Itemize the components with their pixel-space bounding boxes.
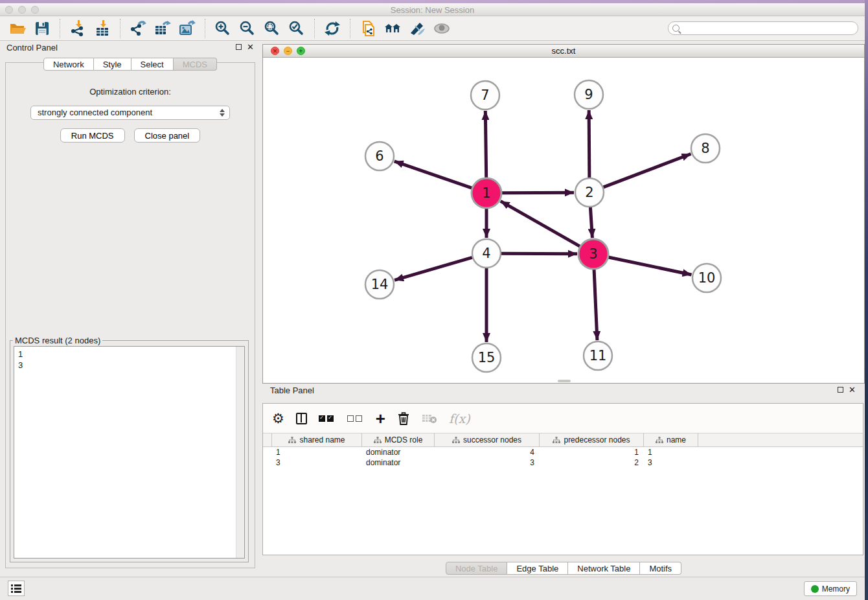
cell-name[interactable]: 1 bbox=[644, 447, 698, 457]
network-view-window: ✕ − + scc.txt 7968124314101511 bbox=[262, 44, 865, 384]
graph-node-14[interactable]: 14 bbox=[365, 270, 394, 299]
import-table-icon[interactable] bbox=[93, 19, 112, 38]
function-builder-icon: f(x) bbox=[449, 409, 470, 428]
add-column-icon[interactable]: + bbox=[376, 409, 385, 428]
close-panel-button[interactable]: Close panel bbox=[134, 128, 201, 143]
column-header-name[interactable]: name bbox=[644, 433, 698, 446]
edge-1-6[interactable] bbox=[394, 161, 472, 188]
edge-4-14[interactable] bbox=[394, 257, 472, 280]
graph-node-8[interactable]: 8 bbox=[691, 134, 720, 163]
tab-node-table[interactable]: Node Table bbox=[446, 562, 508, 575]
zoom-selected-icon[interactable] bbox=[287, 19, 306, 38]
duplicate-network-icon[interactable] bbox=[358, 19, 378, 38]
table-row[interactable]: 3dominator323 bbox=[263, 457, 863, 468]
split-view-icon[interactable] bbox=[296, 409, 307, 428]
cell-predecessor-nodes[interactable]: 1 bbox=[540, 447, 644, 457]
graph-node-11[interactable]: 11 bbox=[584, 341, 612, 370]
control-panel-tabs: NetworkStyleSelectMCDS bbox=[1, 58, 259, 71]
table-panel-title: Table Panel bbox=[262, 386, 314, 395]
column-header-successor-nodes[interactable]: successor nodes bbox=[435, 433, 540, 446]
tab-network[interactable]: Network bbox=[43, 58, 94, 71]
graph-node-6[interactable]: 6 bbox=[365, 142, 394, 170]
criterion-select[interactable]: strongly connected component bbox=[30, 106, 230, 120]
visual-style-icon[interactable] bbox=[407, 19, 427, 38]
zoom-in-icon[interactable] bbox=[213, 19, 233, 38]
graph-node-4[interactable]: 4 bbox=[472, 239, 501, 268]
cell-name[interactable]: 3 bbox=[644, 457, 698, 468]
window-title: Session: New Session bbox=[0, 5, 865, 15]
graph-node-7[interactable]: 7 bbox=[471, 81, 499, 110]
tab-motifs[interactable]: Motifs bbox=[640, 562, 681, 575]
status-bar: Memory bbox=[0, 577, 865, 600]
column-header-MCDS-role[interactable]: MCDS role bbox=[362, 433, 435, 446]
result-scrollbar[interactable] bbox=[236, 347, 244, 558]
table-panel-close-icon[interactable]: ✕ bbox=[849, 386, 856, 393]
control-panel-close-icon[interactable]: ✕ bbox=[247, 43, 254, 51]
delete-columns-icon[interactable] bbox=[397, 409, 410, 428]
first-neighbors-icon[interactable] bbox=[383, 19, 402, 38]
tab-edge-table[interactable]: Edge Table bbox=[507, 562, 568, 575]
cell-predecessor-nodes[interactable]: 2 bbox=[540, 457, 644, 468]
table-row[interactable]: 1dominator411 bbox=[263, 447, 863, 457]
table-settings-icon[interactable]: ⚙ bbox=[272, 409, 284, 428]
graph-node-3[interactable]: 3 bbox=[578, 239, 608, 269]
column-header-predecessor-nodes[interactable]: predecessor nodes bbox=[540, 433, 644, 446]
canvas-hscroll-thumb[interactable] bbox=[558, 380, 571, 382]
open-file-icon[interactable] bbox=[8, 19, 27, 38]
edge-3-11[interactable] bbox=[594, 270, 597, 340]
zoom-fit-icon[interactable] bbox=[262, 19, 282, 38]
table-toolbar: ⚙ + f(x) bbox=[263, 404, 863, 433]
edge-3-10[interactable] bbox=[608, 257, 691, 275]
show-hide-icon[interactable] bbox=[432, 19, 451, 38]
graph-node-15[interactable]: 15 bbox=[472, 343, 501, 372]
row-gutter bbox=[263, 447, 272, 457]
refresh-view-icon[interactable] bbox=[323, 19, 342, 38]
graph-node-10[interactable]: 10 bbox=[692, 264, 721, 292]
svg-text:15: 15 bbox=[478, 350, 496, 365]
export-image-icon[interactable] bbox=[177, 19, 197, 38]
cell-successor-nodes[interactable]: 3 bbox=[435, 457, 540, 468]
edge-2-8[interactable] bbox=[604, 154, 691, 187]
edge-1-7[interactable] bbox=[485, 111, 486, 178]
zoom-out-icon[interactable] bbox=[238, 19, 257, 38]
network-canvas[interactable]: 7968124314101511 bbox=[263, 58, 864, 383]
task-history-button[interactable] bbox=[8, 581, 25, 596]
cell-shared-name[interactable]: 3 bbox=[272, 457, 362, 468]
graph-node-2[interactable]: 2 bbox=[575, 178, 604, 207]
edge-3-1[interactable] bbox=[501, 201, 580, 246]
tab-style[interactable]: Style bbox=[94, 58, 131, 71]
delete-table-icon bbox=[422, 409, 437, 428]
search-input[interactable] bbox=[682, 24, 858, 33]
tab-mcds[interactable]: MCDS bbox=[174, 58, 217, 71]
select-all-checkboxes-icon[interactable] bbox=[319, 409, 336, 428]
memory-button[interactable]: Memory bbox=[804, 581, 857, 596]
table-panel-float-icon[interactable] bbox=[838, 387, 843, 393]
cell-shared-name[interactable]: 1 bbox=[272, 447, 362, 457]
save-session-icon[interactable] bbox=[32, 19, 52, 38]
mcds-result-list[interactable]: 1 3 bbox=[14, 346, 245, 559]
edge-2-3[interactable] bbox=[590, 207, 592, 238]
tab-select[interactable]: Select bbox=[131, 58, 174, 71]
window-titlebar: Session: New Session bbox=[0, 3, 865, 16]
table-rows: 1dominator4113dominator323 bbox=[263, 447, 863, 468]
cell-MCDS-role[interactable]: dominator bbox=[362, 457, 435, 468]
search-icon bbox=[672, 25, 680, 32]
run-mcds-button[interactable]: Run MCDS bbox=[60, 128, 125, 143]
deselect-all-checkboxes-icon[interactable] bbox=[347, 409, 364, 428]
cell-MCDS-role[interactable]: dominator bbox=[362, 447, 435, 457]
edge-4-3[interactable] bbox=[501, 253, 577, 254]
cell-successor-nodes[interactable]: 4 bbox=[435, 447, 540, 457]
control-panel-float-icon[interactable] bbox=[236, 44, 242, 50]
search-box[interactable] bbox=[668, 21, 858, 35]
graph-node-1[interactable]: 1 bbox=[472, 178, 501, 208]
graph-node-9[interactable]: 9 bbox=[575, 80, 603, 109]
edge-2-9[interactable] bbox=[589, 110, 589, 178]
edge-1-2[interactable] bbox=[502, 192, 574, 193]
export-network-icon[interactable] bbox=[128, 19, 148, 38]
import-network-icon[interactable] bbox=[68, 19, 87, 38]
column-header-shared-name[interactable]: shared name bbox=[272, 433, 362, 446]
tab-network-table[interactable]: Network Table bbox=[568, 562, 640, 575]
criterion-select-value: strongly connected component bbox=[38, 108, 152, 117]
export-table-icon[interactable] bbox=[153, 19, 172, 38]
network-window-titlebar[interactable]: ✕ − + scc.txt bbox=[263, 45, 864, 58]
